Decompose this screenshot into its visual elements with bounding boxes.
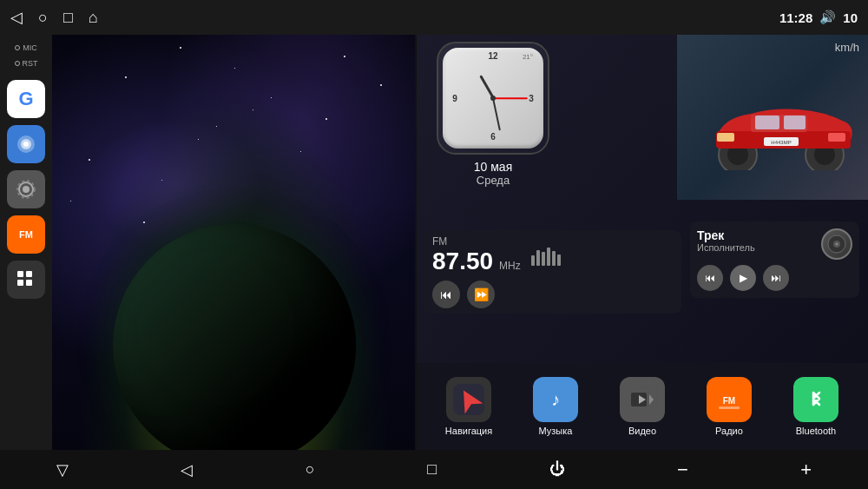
bluetooth-app-icon: [793, 377, 838, 422]
bottom-home-button[interactable]: ○: [297, 456, 324, 483]
radio-app-icon: FM: [707, 377, 752, 422]
recents-button[interactable]: □: [63, 9, 73, 27]
bluetooth-label: Bluetooth: [796, 426, 836, 436]
svg-rect-7: [26, 271, 32, 277]
bottom-square-button[interactable]: □: [418, 456, 445, 483]
volume-icon: 🔊: [819, 10, 836, 25]
track-info: Трек Исполнитель: [697, 228, 755, 253]
track-play-button[interactable]: ▶: [730, 265, 756, 291]
radio-prev-button[interactable]: ⏮: [432, 281, 460, 308]
second-hand: [493, 97, 528, 99]
settings-icon[interactable]: [7, 170, 45, 208]
bottom-nav: ▽ ◁ ○ □ ⏻ − +: [0, 450, 868, 489]
bottom-plus-button[interactable]: +: [792, 454, 820, 486]
left-sidebar: MIC RST G FM: [0, 35, 52, 450]
video-label: Видео: [628, 426, 656, 436]
svg-rect-42: [800, 384, 832, 415]
music-label: Музыка: [539, 426, 573, 436]
svg-rect-27: [557, 254, 561, 266]
clock-date: 10 мая: [424, 160, 562, 174]
svg-rect-17: [784, 116, 806, 129]
bottom-down-button[interactable]: ▽: [48, 456, 77, 484]
dock-item-navigation[interactable]: Навигация: [434, 377, 503, 436]
svg-point-30: [836, 243, 838, 246]
car-silhouette: H443MP: [703, 92, 859, 174]
track-title: Трек: [697, 228, 755, 242]
dock-item-video[interactable]: Видео: [608, 377, 677, 436]
track-prev-button[interactable]: ⏮: [697, 265, 723, 291]
svg-rect-23: [536, 250, 540, 266]
svg-rect-6: [17, 271, 23, 277]
volume-level: 10: [843, 10, 858, 25]
svg-rect-9: [26, 280, 32, 286]
dock-item-bluetooth[interactable]: Bluetooth: [781, 377, 851, 436]
wallpaper-area: [52, 35, 417, 450]
time-display: 11:28: [779, 10, 812, 25]
radio-freq-display: 87.50 MHz: [432, 248, 521, 275]
home-circle-button[interactable]: ○: [38, 9, 48, 27]
svg-rect-16: [755, 116, 779, 129]
svg-rect-19: [828, 133, 845, 142]
svg-text:♪: ♪: [551, 390, 560, 409]
bottom-minus-button[interactable]: −: [668, 454, 697, 486]
radio-wave-icon: [529, 243, 562, 268]
track-artist: Исполнитель: [697, 242, 755, 253]
google-icon[interactable]: G: [7, 80, 45, 118]
bottom-back-button[interactable]: ◁: [172, 456, 201, 484]
fm-radio-icon[interactable]: FM: [7, 215, 45, 254]
svg-rect-26: [552, 251, 556, 266]
nav-buttons: ◁ ○ □ ⌂: [10, 8, 98, 27]
svg-rect-8: [17, 280, 23, 286]
radio-label: Радио: [715, 426, 743, 436]
track-next-button[interactable]: ⏭: [763, 265, 789, 291]
video-app-icon: [620, 377, 665, 422]
navigation-app-icon: [446, 377, 491, 422]
radio-freq-row: FM 87.50 MHz: [432, 235, 673, 275]
track-controls: ⏮ ▶ ⏭: [697, 265, 852, 291]
svg-text:H443MP: H443MP: [771, 140, 791, 145]
album-art: [821, 228, 852, 260]
launcher-button[interactable]: ⌂: [89, 9, 98, 27]
svg-rect-25: [547, 248, 550, 266]
svg-rect-22: [531, 255, 535, 266]
music-app-icon: ♪: [533, 377, 578, 422]
radio-unit: MHz: [499, 260, 521, 272]
track-header: Трек Исполнитель: [697, 228, 852, 260]
dock-item-radio[interactable]: FM Радио: [694, 377, 764, 436]
navigation-label: Навигация: [445, 426, 492, 436]
radio-widget: FM 87.50 MHz ⏮ ⏩: [424, 230, 681, 314]
svg-rect-24: [542, 252, 545, 266]
svg-rect-18: [717, 133, 734, 142]
clock-inner: 21° 12 3 6 9: [443, 48, 543, 149]
clock-center-dot: [490, 96, 496, 101]
apps-grid-icon[interactable]: [7, 261, 45, 299]
radio-controls: ⏮ ⏩: [432, 281, 673, 308]
radio-frequency: 87.50: [432, 248, 493, 275]
track-widget: Трек Исполнитель ⏮ ▶ ⏭: [690, 221, 859, 298]
mic-label: MIC: [15, 43, 37, 52]
svg-point-2: [23, 142, 29, 147]
assistant-icon[interactable]: [7, 125, 45, 163]
svg-text:FM: FM: [723, 396, 735, 406]
status-right: 11:28 🔊 10: [779, 10, 858, 25]
clock-face: 21° 12 3 6 9: [437, 42, 549, 155]
app-dock: Навигация ♪ Музыка Видео FM: [417, 363, 868, 450]
clock-widget: 21° 12 3 6 9 10 мая Среда: [424, 42, 562, 187]
dock-item-music[interactable]: ♪ Музыка: [521, 377, 590, 436]
clock-day: Среда: [424, 174, 562, 187]
radio-play-button[interactable]: ⏩: [467, 281, 495, 308]
rst-label: RST: [15, 59, 38, 68]
svg-rect-41: [719, 406, 740, 409]
car-area: H443MP: [677, 35, 868, 200]
radio-band: FM: [432, 235, 521, 248]
back-button[interactable]: ◁: [10, 8, 23, 27]
speed-unit: km/h: [835, 41, 859, 54]
svg-point-3: [23, 186, 30, 193]
status-bar: ◁ ○ □ ⌂ 11:28 🔊 10: [0, 0, 868, 35]
bottom-power-button[interactable]: ⏻: [541, 456, 574, 483]
